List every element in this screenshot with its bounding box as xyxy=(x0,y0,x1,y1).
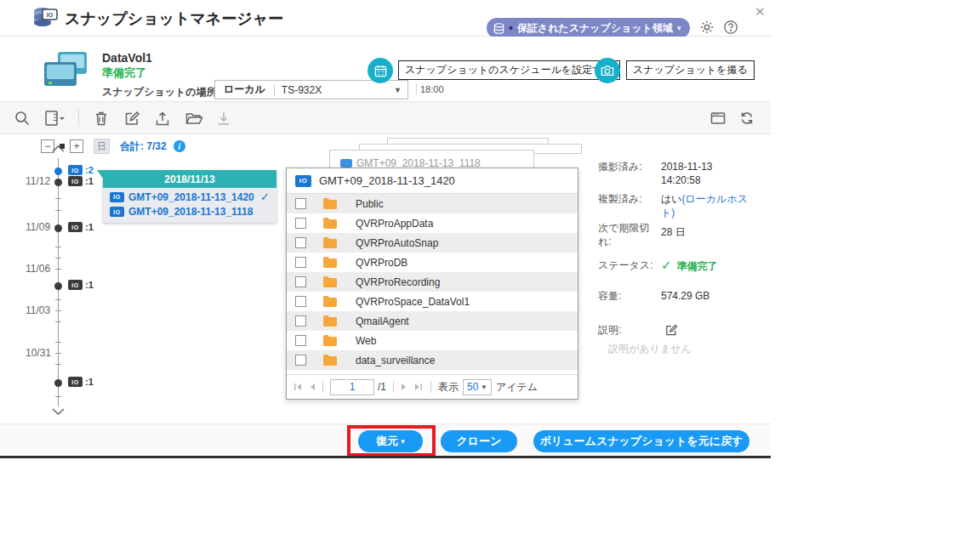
snapshot-name: GMT+09_2018-11-13_1420 xyxy=(128,191,254,203)
timeline-snapshot-dot[interactable] xyxy=(54,179,62,186)
folder-row[interactable]: QVRProAutoSnap xyxy=(287,233,578,253)
timeline-snapshot-dot[interactable] xyxy=(54,282,62,290)
folder-checkbox[interactable] xyxy=(295,237,306,248)
folder-checkbox[interactable] xyxy=(295,335,306,346)
timeline-snapshot-dot[interactable] xyxy=(54,168,62,175)
info-icon[interactable]: i xyxy=(174,140,185,152)
page-size-select[interactable]: 50 ▼ xyxy=(463,379,492,395)
timeline-snapshot-dot[interactable] xyxy=(54,224,62,232)
popup-snapshot-title: GMT+09_2018-11-13_1420 xyxy=(319,174,455,187)
folder-name: QVRProAppData xyxy=(356,218,433,230)
folder-row[interactable]: QVRProRecording xyxy=(287,272,578,292)
folder-checkbox[interactable] xyxy=(295,276,306,287)
volume-icon xyxy=(41,48,90,89)
size-value: 574.29 GB xyxy=(661,289,761,303)
selected-check-icon: ✓ xyxy=(260,190,270,203)
refresh-icon[interactable] xyxy=(738,110,755,127)
location-device: TS-932X xyxy=(275,84,394,96)
timeline-scroll-down-icon[interactable] xyxy=(52,408,65,415)
folder-row[interactable]: QVRProAppData xyxy=(287,213,578,233)
schedule-calendar-button[interactable] xyxy=(368,58,393,83)
timeline-tick xyxy=(55,269,61,270)
prev-page-icon[interactable] xyxy=(309,383,316,391)
folder-checkbox[interactable] xyxy=(295,315,306,327)
next-page-icon[interactable] xyxy=(401,383,407,391)
size-label: 容量: xyxy=(598,289,661,303)
folder-icon xyxy=(323,276,337,287)
timeline-snapshot-count[interactable]: IO:1 xyxy=(68,176,94,186)
take-snapshot-button[interactable] xyxy=(595,58,620,83)
upload-icon[interactable] xyxy=(154,110,171,127)
snapshot-io-icon xyxy=(340,159,352,168)
replicated-value: はい(ローカルホスト) xyxy=(661,192,761,219)
folder-checkbox[interactable] xyxy=(295,198,306,209)
timeline-snapshot-count[interactable]: IO:1 xyxy=(68,280,94,290)
timeline-tick xyxy=(55,258,61,258)
snapshot-name: GMT+09_2018-11-13_1118 xyxy=(128,206,253,218)
timeline-snapshot-count[interactable]: IO:2 xyxy=(68,165,94,175)
last-page-icon[interactable] xyxy=(413,383,424,391)
card-notch xyxy=(97,170,103,179)
folder-name: QVRProDB xyxy=(356,257,407,269)
status-value: ✓準備完了 xyxy=(661,258,761,273)
footer-bar: 復元▾ クローン ボリュームスナップショットを元に戻す xyxy=(0,423,771,456)
timeline-tick xyxy=(55,247,61,247)
restore-button[interactable]: 復元▾ xyxy=(358,430,423,452)
page-number-input[interactable]: 1 xyxy=(330,379,374,395)
calendar-icon xyxy=(374,65,387,77)
download-icon[interactable] xyxy=(215,110,232,127)
folder-checkbox[interactable] xyxy=(295,218,306,229)
help-icon[interactable] xyxy=(723,20,738,35)
clone-button[interactable]: クローン xyxy=(441,430,517,452)
toolbar xyxy=(0,101,771,134)
schedule-button-callout[interactable]: スナップショットのスケジュールを設定する xyxy=(398,60,620,80)
close-icon[interactable]: ✕ xyxy=(755,4,766,20)
snapshot-io-icon: IO xyxy=(68,176,83,186)
timeline-scroll-up-icon[interactable] xyxy=(52,145,65,152)
open-folder-icon[interactable] xyxy=(185,110,202,127)
volume-name: DataVol1 xyxy=(102,51,152,65)
timeline-tick xyxy=(55,353,61,354)
timeline-date-label: 11/03 xyxy=(26,304,53,316)
folder-name: data_surveillance xyxy=(356,355,435,366)
first-page-icon[interactable] xyxy=(293,383,303,391)
folder-row[interactable]: QVRProDB xyxy=(287,253,578,272)
folder-checkbox[interactable] xyxy=(295,257,306,268)
edit-description-icon[interactable] xyxy=(664,323,678,337)
folder-checkbox[interactable] xyxy=(295,296,306,307)
snapshot-io-icon: IO xyxy=(68,165,83,175)
folder-checkbox[interactable] xyxy=(295,355,306,366)
folder-row[interactable]: QVRProSpace_DataVol1 xyxy=(287,292,578,311)
main-content: − + 日 合計: 7/32 i 11/1211/0911/0611/0310/… xyxy=(0,134,771,423)
search-icon[interactable] xyxy=(14,110,31,127)
snapshot-list-item[interactable]: IOGMT+09_2018-11-13_1118 xyxy=(103,203,276,218)
timeline-zoom-in-button[interactable]: + xyxy=(70,139,83,153)
view-filter-icon[interactable] xyxy=(44,110,66,127)
popup-header: IO GMT+09_2018-11-13_1420 xyxy=(287,168,578,194)
delete-trash-icon[interactable] xyxy=(93,110,110,127)
folder-row[interactable]: Public xyxy=(287,194,578,213)
caret-down-icon: ▾ xyxy=(401,437,405,446)
edit-icon[interactable] xyxy=(123,110,140,127)
folder-name: Public xyxy=(356,198,384,210)
folder-icon xyxy=(323,218,337,229)
folder-row[interactable]: QmailAgent xyxy=(287,311,578,331)
settings-gear-icon[interactable] xyxy=(699,20,715,35)
calendar-day-button[interactable]: 日 xyxy=(94,139,110,154)
take-snapshot-callout[interactable]: スナップショットを撮る xyxy=(626,60,755,80)
revert-volume-snapshot-button[interactable]: ボリュームスナップショットを元に戻す xyxy=(533,430,749,452)
folder-icon xyxy=(323,355,337,366)
folder-row[interactable]: Web xyxy=(287,331,578,350)
timeline-snapshot-count[interactable]: IO:1 xyxy=(68,222,94,232)
database-icon xyxy=(493,23,504,34)
guaranteed-snapshot-area-button[interactable]: • 保証されたスナップショット領域 ▾ xyxy=(487,18,690,38)
window-view-icon[interactable] xyxy=(709,110,726,127)
timeline-date-label: 11/06 xyxy=(26,263,53,275)
folder-icon xyxy=(323,257,337,268)
snapshot-list-item[interactable]: IOGMT+09_2018-11-13_1420✓ xyxy=(103,188,276,203)
timeline-snapshot-dot[interactable] xyxy=(54,379,62,387)
folder-row[interactable]: data_surveillance xyxy=(287,350,578,370)
snapshot-io-icon: IO xyxy=(295,175,311,187)
folder-name: QVRProAutoSnap xyxy=(356,237,438,249)
timeline-snapshot-count[interactable]: IO:1 xyxy=(68,377,94,387)
